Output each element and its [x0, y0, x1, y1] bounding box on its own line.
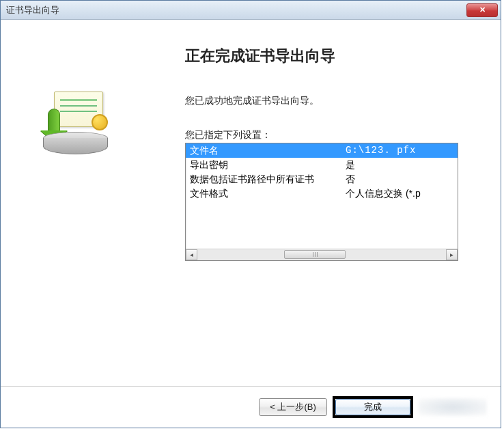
setting-value: 是	[346, 158, 453, 171]
page-heading: 正在完成证书导出向导	[185, 46, 480, 66]
setting-value: G:\123. pfx	[346, 144, 453, 157]
scroll-thumb[interactable]	[284, 250, 346, 259]
list-item[interactable]: 文件名 G:\123. pfx	[186, 143, 458, 158]
back-button[interactable]: < 上一步(B)	[259, 398, 327, 416]
footer-divider	[1, 386, 501, 387]
certificate-export-icon	[35, 88, 117, 163]
window-title: 证书导出向导	[6, 4, 466, 16]
left-panel	[1, 20, 151, 386]
finish-button-highlight: 完成	[333, 396, 413, 418]
settings-list: 文件名 G:\123. pfx 导出密钥 是 数据包括证书路径中所有证书 否 文…	[186, 143, 458, 249]
wizard-window: 证书导出向导 ✕	[0, 0, 501, 428]
list-item[interactable]: 数据包括证书路径中所有证书 否	[186, 172, 458, 186]
scroll-right-button[interactable]: ►	[446, 249, 458, 260]
finish-button[interactable]: 完成	[335, 399, 410, 415]
setting-value: 否	[346, 173, 453, 186]
setting-name: 文件格式	[190, 187, 346, 200]
list-item[interactable]: 导出密钥 是	[186, 158, 458, 172]
list-item[interactable]: 文件格式 个人信息交换 (*.p	[186, 186, 458, 201]
setting-value: 个人信息交换 (*.p	[346, 187, 453, 200]
button-row: < 上一步(B) 完成	[259, 396, 487, 418]
scroll-track[interactable]	[197, 249, 446, 260]
setting-name: 导出密钥	[190, 158, 346, 171]
right-panel: 正在完成证书导出向导 您已成功地完成证书导出向导。 您已指定下列设置： 文件名 …	[151, 20, 501, 386]
scroll-left-button[interactable]: ◄	[186, 249, 197, 260]
titlebar[interactable]: 证书导出向导 ✕	[1, 1, 501, 20]
setting-name: 数据包括证书路径中所有证书	[190, 173, 346, 186]
settings-label: 您已指定下列设置：	[185, 129, 480, 141]
content-area: 正在完成证书导出向导 您已成功地完成证书导出向导。 您已指定下列设置： 文件名 …	[1, 20, 501, 386]
success-message: 您已成功地完成证书导出向导。	[185, 95, 480, 107]
horizontal-scrollbar[interactable]: ◄ ►	[186, 249, 458, 260]
settings-listbox[interactable]: 文件名 G:\123. pfx 导出密钥 是 数据包括证书路径中所有证书 否 文…	[185, 143, 458, 261]
cancel-button-obscured[interactable]	[419, 398, 487, 416]
close-icon: ✕	[479, 5, 486, 14]
close-button[interactable]: ✕	[466, 3, 498, 17]
setting-name: 文件名	[190, 144, 346, 157]
